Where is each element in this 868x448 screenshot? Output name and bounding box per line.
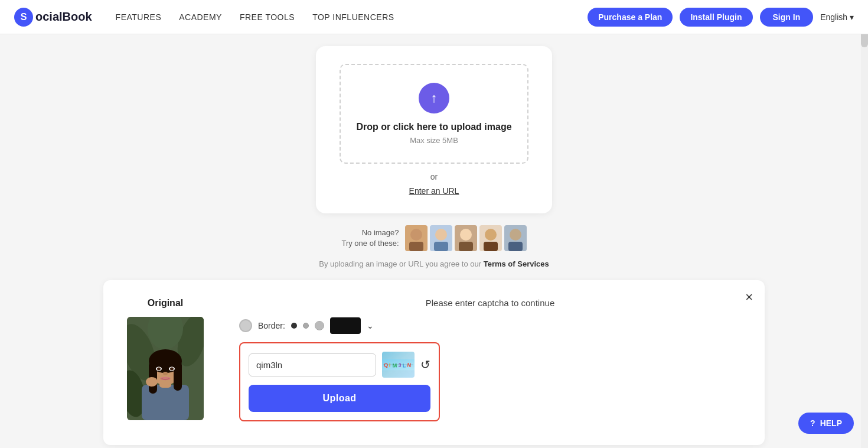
svg-point-30	[163, 372, 168, 375]
svg-rect-8	[459, 242, 473, 251]
sample-images	[405, 225, 527, 251]
captcha-box: Q I M 3 L N ↺ Upload	[239, 342, 440, 421]
tos-text: By uploading an image or URL you agree t…	[319, 259, 549, 268]
nav-features[interactable]: FEATURES	[116, 12, 162, 22]
sample-section: No image?Try one of these:	[341, 225, 526, 251]
or-divider: or	[430, 172, 438, 181]
svg-point-7	[460, 229, 472, 241]
upload-title: Drop or click here to upload image	[356, 122, 511, 132]
border-dot-medium[interactable]	[303, 323, 309, 329]
border-controls: Border: ⌄	[239, 317, 374, 334]
upload-arrow-icon: ↑	[431, 90, 438, 106]
captcha-image: Q I M 3 L N	[382, 352, 415, 378]
tos-link[interactable]: Terms of Services	[484, 259, 549, 268]
svg-text:M: M	[392, 362, 397, 368]
sample-image-5[interactable]	[504, 225, 527, 251]
original-image	[127, 317, 204, 420]
svg-point-13	[510, 229, 521, 241]
result-panel: × Original	[103, 280, 765, 445]
chevron-down-icon[interactable]: ⌄	[367, 321, 374, 330]
help-button[interactable]: ? HELP	[798, 413, 854, 434]
svg-point-4	[435, 229, 447, 241]
sample-image-4[interactable]	[479, 225, 502, 251]
nav-top-influencers[interactable]: TOP INFLUENCERS	[312, 12, 394, 22]
color-swatch[interactable]	[330, 317, 361, 334]
original-label: Original	[148, 298, 183, 309]
sample-label: No image?Try one of these:	[341, 228, 399, 249]
svg-rect-11	[484, 242, 498, 251]
logo[interactable]: S ocialBook	[14, 8, 92, 27]
main-content: ↑ Drop or click here to upload image Max…	[0, 34, 868, 448]
border-label: Border:	[258, 321, 285, 330]
nav-academy[interactable]: ACADEMY	[179, 12, 222, 22]
navbar: S ocialBook FEATURES ACADEMY FREE TOOLS …	[0, 0, 868, 34]
language-selector[interactable]: English ▾	[820, 12, 854, 22]
sample-image-1[interactable]	[405, 225, 428, 251]
svg-point-31	[146, 377, 158, 387]
close-button[interactable]: ×	[745, 290, 753, 305]
svg-point-29	[170, 368, 174, 371]
install-plugin-button[interactable]: Install Plugin	[680, 8, 752, 27]
result-layout: Original	[127, 298, 741, 421]
border-dot-small[interactable]	[291, 323, 297, 329]
captcha-input[interactable]	[249, 353, 376, 376]
svg-text:Q: Q	[384, 362, 389, 369]
captcha-title: Please enter captcha to continue	[239, 298, 741, 308]
enter-url-link[interactable]: Enter an URL	[409, 186, 459, 196]
original-section: Original	[127, 298, 204, 420]
help-label: HELP	[820, 418, 842, 428]
purchase-plan-button[interactable]: Purchase a Plan	[588, 8, 673, 27]
upload-subtitle: Max size 5MB	[410, 136, 458, 145]
nav-links: FEATURES ACADEMY FREE TOOLS TOP INFLUENC…	[116, 12, 588, 22]
nav-actions: Purchase a Plan Install Plugin Sign In E…	[588, 8, 854, 27]
svg-text:N: N	[407, 362, 412, 368]
svg-text:L: L	[403, 362, 407, 368]
border-toggle[interactable]	[239, 319, 252, 332]
svg-point-1	[410, 229, 422, 241]
svg-point-28	[157, 368, 161, 371]
upload-dropzone[interactable]: ↑ Drop or click here to upload image Max…	[340, 64, 528, 164]
svg-rect-2	[409, 242, 423, 251]
sample-image-2[interactable]	[430, 225, 452, 251]
svg-point-10	[485, 229, 497, 241]
help-icon: ?	[810, 418, 815, 428]
svg-rect-5	[434, 242, 448, 251]
sign-in-button[interactable]: Sign In	[760, 8, 814, 27]
nav-free-tools[interactable]: FREE TOOLS	[240, 12, 295, 22]
captcha-section: Please enter captcha to continue Border:…	[239, 298, 741, 421]
sample-image-3[interactable]	[455, 225, 477, 251]
border-dot-large[interactable]	[315, 321, 324, 330]
upload-button[interactable]: Upload	[249, 385, 430, 412]
upload-section: ↑ Drop or click here to upload image Max…	[316, 46, 552, 213]
upload-icon-bg: ↑	[419, 83, 449, 113]
scrollbar-track[interactable]	[861, 0, 868, 448]
svg-rect-14	[508, 242, 523, 251]
svg-rect-20	[142, 385, 189, 420]
refresh-captcha-button[interactable]: ↺	[420, 358, 430, 372]
logo-icon: S	[14, 8, 33, 27]
captcha-row: Q I M 3 L N ↺	[249, 352, 430, 378]
logo-text: ocialBook	[35, 10, 92, 24]
